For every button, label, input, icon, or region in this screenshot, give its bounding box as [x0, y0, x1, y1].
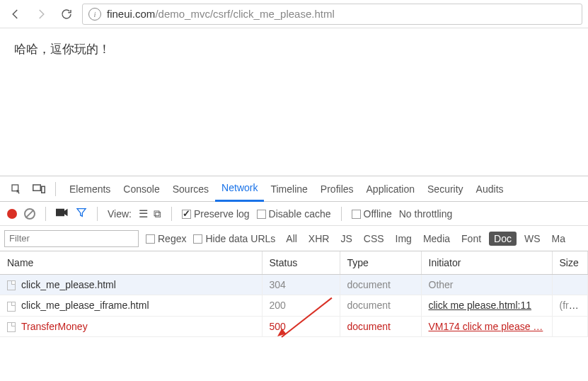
request-initiator[interactable]: click me please.html:11	[429, 300, 532, 311]
network-table: Name Status Type Initiator Size click_me…	[0, 251, 588, 337]
hide-data-urls-checkbox[interactable]: Hide data URLs	[193, 233, 275, 244]
url-domain: fineui.com	[107, 8, 155, 20]
site-info-icon[interactable]: i	[88, 8, 101, 21]
divider	[45, 207, 46, 221]
preserve-log-checkbox[interactable]: Preserve log	[182, 208, 250, 220]
request-type: document	[347, 300, 391, 311]
network-toolbar-1: View: ☰ ⧉ Preserve log Disable cache Off…	[0, 202, 588, 226]
throttling-select[interactable]: No throttling	[399, 208, 452, 220]
table-row[interactable]: TransferMoney500documentVM174 click me p…	[0, 316, 588, 336]
table-header-row: Name Status Type Initiator Size	[0, 251, 588, 275]
tab-network[interactable]: Network	[215, 176, 264, 202]
back-button[interactable]	[6, 4, 25, 24]
device-toggle-icon[interactable]	[30, 180, 48, 198]
view-list-icon[interactable]: ☰	[139, 208, 148, 219]
type-filter-ma[interactable]: Ma	[548, 232, 569, 246]
type-filter-css[interactable]: CSS	[360, 232, 388, 246]
address-bar[interactable]: i fineui.com/demo_mvc/csrf/click_me_plea…	[82, 4, 582, 25]
disable-cache-checkbox[interactable]: Disable cache	[257, 208, 331, 220]
view-frame-icon[interactable]: ⧉	[154, 208, 161, 219]
type-filter-all[interactable]: All	[282, 232, 301, 246]
tab-profiles[interactable]: Profiles	[314, 176, 360, 202]
tab-elements[interactable]: Elements	[63, 176, 117, 202]
filter-icon[interactable]	[76, 207, 87, 220]
divider	[97, 207, 98, 221]
view-label: View:	[108, 208, 132, 220]
tab-sources[interactable]: Sources	[166, 176, 215, 202]
request-status: 200	[270, 300, 286, 311]
divider	[171, 207, 172, 221]
type-filter-media[interactable]: Media	[420, 232, 454, 246]
request-type: document	[347, 279, 391, 290]
table-row[interactable]: click_me_please_iframe.html200documentcl…	[0, 295, 588, 316]
file-icon	[7, 302, 16, 312]
record-button[interactable]	[7, 209, 17, 219]
type-filter-img[interactable]: Img	[392, 232, 415, 246]
svg-rect-1	[33, 185, 41, 190]
tab-console[interactable]: Console	[117, 176, 166, 202]
regex-checkbox[interactable]: Regex	[146, 233, 186, 244]
request-type: document	[347, 321, 391, 332]
request-status: 304	[270, 279, 286, 290]
svg-rect-3	[56, 209, 64, 217]
svg-rect-2	[42, 186, 45, 193]
col-initiator[interactable]: Initiator	[421, 251, 552, 275]
camera-icon[interactable]	[56, 207, 69, 220]
divider	[341, 207, 342, 221]
forward-button[interactable]	[31, 4, 51, 24]
type-filter-doc[interactable]: Doc	[489, 232, 517, 246]
col-type[interactable]: Type	[340, 251, 421, 275]
page-text: 哈哈，逗你玩的！	[14, 42, 110, 56]
offline-checkbox[interactable]: Offline	[352, 208, 392, 220]
type-filter-xhr[interactable]: XHR	[305, 232, 333, 246]
request-size: (from c	[560, 300, 588, 311]
clear-button[interactable]	[24, 208, 35, 220]
table-row[interactable]: click_me_please.html304documentOther	[0, 275, 588, 295]
tab-timeline[interactable]: Timeline	[264, 176, 313, 202]
tab-application[interactable]: Application	[360, 176, 422, 202]
filter-input[interactable]	[4, 230, 139, 247]
col-size[interactable]: Size	[552, 251, 588, 275]
request-name: TransferMoney	[21, 321, 88, 332]
col-status[interactable]: Status	[262, 251, 340, 275]
tab-audits[interactable]: Audits	[470, 176, 510, 202]
file-icon	[7, 280, 16, 290]
url-path: /demo_mvc/csrf/click_me_please.html	[155, 8, 334, 20]
type-filter-ws[interactable]: WS	[521, 232, 544, 246]
page-content: 哈哈，逗你玩的！	[0, 28, 588, 176]
devtools-panel: ElementsConsoleSourcesNetworkTimelinePro…	[0, 176, 588, 337]
tab-security[interactable]: Security	[421, 176, 470, 202]
browser-toolbar: i fineui.com/demo_mvc/csrf/click_me_plea…	[0, 0, 588, 28]
file-icon	[7, 322, 16, 332]
request-name: click_me_please_iframe.html	[21, 300, 149, 311]
request-status: 500	[270, 321, 286, 332]
col-name[interactable]: Name	[0, 251, 262, 275]
divider	[55, 182, 56, 196]
devtools-tabs: ElementsConsoleSourcesNetworkTimelinePro…	[0, 176, 588, 202]
view-icons: ☰ ⧉	[139, 208, 161, 219]
inspect-icon[interactable]	[7, 180, 25, 198]
type-filter-js[interactable]: JS	[337, 232, 355, 246]
reload-button[interactable]	[57, 4, 76, 24]
request-initiator[interactable]: VM174 click me please …	[429, 321, 543, 332]
type-filter-font[interactable]: Font	[458, 232, 485, 246]
request-name: click_me_please.html	[21, 279, 116, 290]
request-initiator: Other	[429, 279, 454, 290]
network-toolbar-2: Regex Hide data URLs AllXHRJSCSSImgMedia…	[0, 226, 588, 251]
